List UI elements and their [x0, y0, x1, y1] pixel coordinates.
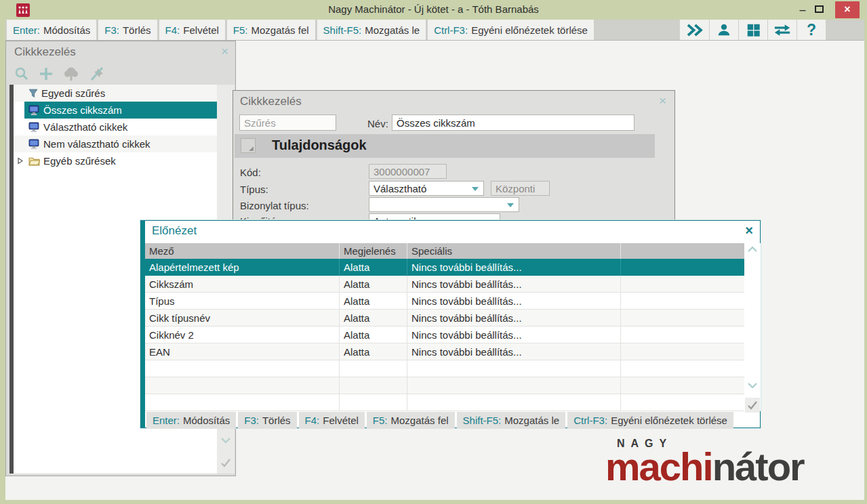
plus-icon[interactable]	[39, 66, 54, 81]
table-row-empty[interactable]	[145, 394, 744, 411]
table-row-empty[interactable]	[145, 360, 744, 377]
shortcut-label: Módosítás	[183, 415, 230, 426]
elonezet-dialog: Előnézet × Mező Megjelenés Speciális Ala…	[140, 220, 761, 428]
tipus-label: Típus:	[240, 184, 268, 195]
cell-specialis: Nincs további beállítás...	[407, 327, 621, 343]
cell-empty	[407, 394, 621, 411]
preview-title: Előnézet	[152, 224, 197, 238]
shortcut-label: Mozgatás fel	[391, 415, 449, 426]
cell-mezo: Cikk típusnév	[145, 310, 340, 326]
shortcut-ctrl-f3-egyeni-elonezetek[interactable]: Ctrl-F3: Egyéni előnézetek törlése	[428, 20, 594, 40]
panel-close-icon[interactable]: ×	[221, 44, 228, 59]
logo-red-part: machi	[605, 444, 712, 488]
tree-item-label: Egyéb szűrések	[43, 155, 116, 167]
cell-empty	[145, 377, 340, 394]
modules-button[interactable]	[738, 20, 767, 40]
shortcut-key: F5:	[373, 415, 388, 426]
shortcut-enter-modositas[interactable]: Enter: Módosítás	[146, 412, 236, 429]
swap-arrows-icon	[773, 24, 791, 37]
kozponti-field: Központi	[491, 181, 550, 196]
maximize-button[interactable]	[815, 5, 824, 13]
table-row[interactable]: EAN Alatta Nincs további beállítás...	[145, 343, 744, 360]
table-row[interactable]: Cikkszám Alatta Nincs további beállítás.…	[145, 276, 744, 293]
transfer-button[interactable]	[767, 20, 797, 40]
cell-megjelenes: Alatta	[340, 343, 407, 360]
table-row[interactable]: Típus Alatta Nincs további beállítás...	[145, 293, 744, 310]
shortcut-f4-felvetel[interactable]: F4: Felvétel	[299, 412, 365, 429]
search-icon[interactable]	[14, 66, 29, 81]
double-chevron-right-icon	[686, 24, 703, 37]
chevron-down-icon[interactable]	[220, 437, 231, 444]
unpin-icon[interactable]	[89, 66, 105, 81]
main-shortcut-toolbar: Enter: Módosítás F3: Törlés F4: Felvétel…	[0, 20, 867, 41]
help-button[interactable]: ?	[797, 20, 826, 40]
window-title: Nagy Machinátor - Új kötet - a - Tóth Ba…	[0, 3, 867, 15]
cell-specialis: Nincs további beállítás...	[407, 259, 621, 275]
dialog-title: Cikkkezelés	[240, 95, 302, 108]
window-border-left	[0, 20, 5, 504]
tree-item-label: Választható cikkek	[43, 121, 127, 133]
check-icon[interactable]	[220, 459, 231, 467]
cell-empty	[407, 360, 621, 377]
cell-empty	[145, 394, 340, 411]
tree-item-egyeb-szuresek[interactable]: Egyéb szűrések	[14, 152, 217, 169]
confirm-button[interactable]	[745, 398, 760, 413]
table-row[interactable]: Cikknév 2 Alatta Nincs további beállítás…	[145, 327, 744, 343]
table-row[interactable]: Cikk típusnév Alatta Nincs további beáll…	[145, 310, 744, 327]
expander-icon[interactable]	[18, 157, 23, 165]
shortcut-key: F3:	[244, 415, 259, 426]
shortcut-shift-f5-mozgatas-le[interactable]: Shift-F5: Mozgatás le	[457, 412, 566, 429]
preview-close-icon[interactable]: ×	[745, 223, 753, 238]
shortcut-ctrl-f3-egyeni-elonezetek[interactable]: Ctrl-F3: Egyéni előnézetek törlése	[567, 412, 733, 429]
table-row[interactable]: Alapértelmezett kép Alatta Nincs további…	[145, 259, 744, 276]
preview-scrollbar[interactable]	[744, 243, 761, 411]
titlebar: Nagy Machinátor - Új kötet - a - Tóth Ba…	[0, 0, 867, 20]
chevron-down-icon[interactable]	[747, 382, 758, 389]
expand-toolbar-button[interactable]	[680, 20, 709, 40]
tree-item-egyedi-szures[interactable]: Egyedi szűrés	[14, 85, 217, 102]
collapse-section-button[interactable]	[241, 138, 256, 153]
dialog-close-icon[interactable]: ×	[659, 93, 666, 108]
user-button[interactable]	[709, 20, 738, 40]
column-header-mezo[interactable]: Mező	[145, 243, 340, 259]
tree-icon[interactable]	[63, 66, 79, 81]
kod-value: 3000000007	[374, 166, 430, 177]
table-row-empty[interactable]	[145, 377, 744, 394]
tree-item-nem-valaszthato-cikkek[interactable]: Nem választható cikkek	[14, 135, 217, 152]
shortcut-label: Egyéni előnézetek törlése	[611, 415, 727, 426]
minimize-button[interactable]: –	[793, 1, 812, 18]
nagy-machinator-logo: NAGY machinátor	[605, 438, 853, 486]
column-header-specialis[interactable]: Speciális	[407, 243, 621, 259]
cell-mezo: Típus	[145, 293, 340, 309]
dropdown-arrow-icon	[507, 203, 514, 207]
column-header-megjelenes[interactable]: Megjelenés	[340, 243, 407, 259]
shortcut-key: Enter:	[13, 24, 40, 36]
shortcut-enter-modositas[interactable]: Enter: Módosítás	[7, 20, 96, 40]
tree-item-valaszthato-cikkek[interactable]: Választható cikkek	[14, 119, 217, 135]
cell-specialis: Nincs további beállítás...	[407, 276, 621, 292]
cell-empty	[340, 360, 407, 377]
shortcut-label: Mozgatás le	[365, 24, 420, 36]
tipus-dropdown[interactable]: Választható	[369, 181, 484, 196]
chevron-up-icon[interactable]	[747, 246, 758, 253]
shortcut-shift-f5-mozgatas-le[interactable]: Shift-F5: Mozgatás le	[317, 20, 426, 40]
shortcut-f3-torles[interactable]: F3: Törlés	[98, 20, 157, 40]
cell-specialis: Nincs további beállítás...	[407, 293, 621, 309]
shortcut-f4-felvetel[interactable]: F4: Felvétel	[159, 20, 225, 40]
cell-mezo: Cikknév 2	[145, 327, 340, 343]
tree-item-label: Nem választható cikkek	[43, 138, 150, 150]
name-label: Név:	[367, 118, 388, 129]
close-button[interactable]: ×	[835, 1, 860, 18]
shortcut-f5-mozgatas-fel[interactable]: F5: Mozgatás fel	[227, 20, 315, 40]
name-input[interactable]	[392, 114, 634, 131]
shortcut-f5-mozgatas-fel[interactable]: F5: Mozgatás fel	[367, 412, 455, 429]
panel-title: Cikkkezelés	[14, 45, 76, 59]
kozponti-value: Központi	[496, 183, 535, 194]
cell-empty	[621, 327, 744, 343]
shortcut-key: Shift-F5:	[323, 24, 362, 36]
shortcut-f3-torles[interactable]: F3: Törlés	[238, 412, 296, 429]
bizonylat-tipus-dropdown[interactable]	[369, 197, 519, 212]
cell-empty	[621, 377, 744, 394]
filter-input[interactable]	[239, 114, 336, 131]
tree-item-osszes-cikkszam[interactable]: Összes cikkszám	[14, 102, 217, 119]
